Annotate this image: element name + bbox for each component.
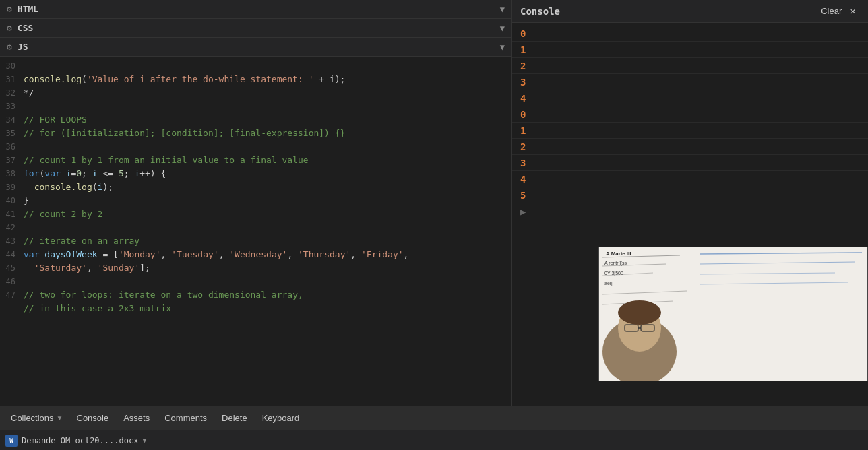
code-panel: ⚙ HTML ▼ ⚙ CSS ▼ ⚙ JS ▼ 30 31 consol	[0, 0, 512, 406]
file-word-icon: W	[5, 435, 18, 447]
css-section-title: CSS	[18, 23, 500, 33]
code-line: 37 // count 1 by 1 from an initial value…	[0, 154, 512, 167]
console-line: 3	[512, 155, 868, 171]
svg-line-1	[602, 264, 666, 266]
code-line: 36	[0, 140, 512, 154]
collections-dropdown-icon: ▼	[57, 414, 63, 422]
console-tab-button[interactable]: Console	[70, 410, 116, 426]
console-line: 3	[512, 74, 868, 90]
console-line: 5	[512, 187, 868, 203]
code-line: 40 }	[0, 194, 512, 207]
svg-line-3	[700, 253, 862, 254]
code-line: 31 console.log('Value of i after the do-…	[0, 73, 512, 86]
console-line: 1	[512, 42, 868, 58]
chevron-css-icon: ▼	[500, 24, 505, 33]
js-section-title: JS	[18, 42, 500, 52]
html-section-header[interactable]: ⚙ HTML ▼	[0, 0, 512, 19]
chevron-html-icon: ▼	[500, 5, 505, 14]
code-line: 44 var daysOfWeek = ['Monday', 'Tuesday'…	[0, 248, 512, 261]
code-line: 35 // for ([initialization]; [condition]…	[0, 127, 512, 140]
code-line: 46	[0, 275, 512, 288]
svg-line-7	[602, 291, 687, 294]
code-line: 34 // FOR LOOPS	[0, 113, 512, 127]
svg-line-0	[602, 255, 680, 257]
svg-point-14	[618, 300, 661, 325]
gear-icon-css: ⚙	[7, 23, 12, 33]
code-line: 45 'Saturday', 'Sunday'];	[0, 261, 512, 275]
console-line: 4	[512, 90, 868, 106]
console-header: Console Clear ×	[512, 0, 868, 23]
code-line: 43 // iterate on an array	[0, 234, 512, 248]
code-line: 47 // two for loops: iterate on a two di…	[0, 288, 512, 302]
file-name: Demande_OM_oct20....docx	[22, 436, 138, 445]
gear-icon-js: ⚙	[7, 42, 12, 52]
bottom-toolbar: Collections ▼ Console Assets Comments De…	[0, 406, 868, 430]
css-section-header[interactable]: ⚙ CSS ▼	[0, 19, 512, 38]
keyboard-button[interactable]: Keyboard	[255, 410, 307, 426]
console-line: 1	[512, 123, 868, 139]
chevron-js-icon: ▼	[500, 42, 505, 52]
console-line: 0	[512, 26, 868, 42]
clear-button[interactable]: Clear	[817, 5, 846, 18]
code-line: 30	[0, 59, 512, 73]
svg-line-4	[700, 262, 855, 264]
code-line: 32 */	[0, 86, 512, 100]
console-line: 2	[512, 58, 868, 74]
collections-button[interactable]: Collections ▼	[5, 410, 69, 426]
gear-icon-html: ⚙	[7, 4, 12, 14]
collections-label: Collections	[11, 413, 54, 423]
svg-line-5	[700, 273, 835, 274]
file-bar: W Demande_OM_oct20....docx ▼	[0, 430, 868, 450]
console-title: Console	[520, 6, 817, 17]
code-editor[interactable]: 30 31 console.log('Value of i after the …	[0, 57, 512, 406]
delete-button[interactable]: Delete	[215, 410, 254, 426]
html-section-title: HTML	[18, 4, 500, 14]
code-line: 41 // count 2 by 2	[0, 207, 512, 221]
svg-line-6	[700, 282, 848, 284]
code-line: 42	[0, 221, 512, 234]
file-chevron-icon: ▼	[142, 437, 146, 444]
whiteboard-background: A Marie III A rentr[l[ss 0Y 3[500 aer[	[599, 247, 867, 381]
console-line: 0	[512, 106, 868, 123]
console-prompt-icon: ▶	[512, 206, 526, 217]
code-line: 39 console.log(i);	[0, 181, 512, 194]
assets-button[interactable]: Assets	[117, 410, 156, 426]
code-line: 38 for(var i=0; i <= 5; i++) {	[0, 167, 512, 181]
console-line: 2	[512, 139, 868, 155]
video-overlay: A Marie III A rentr[l[ss 0Y 3[500 aer[	[598, 247, 868, 381]
code-line: 33	[0, 100, 512, 113]
comments-button[interactable]: Comments	[158, 410, 214, 426]
console-line: 4	[512, 171, 868, 187]
js-section-header[interactable]: ⚙ JS ▼	[0, 38, 512, 57]
console-prompt-line[interactable]: ▶	[512, 203, 868, 220]
code-line: // in this case a 2x3 matrix	[0, 302, 512, 315]
svg-line-2	[602, 273, 653, 276]
close-button[interactable]: ×	[846, 4, 860, 18]
